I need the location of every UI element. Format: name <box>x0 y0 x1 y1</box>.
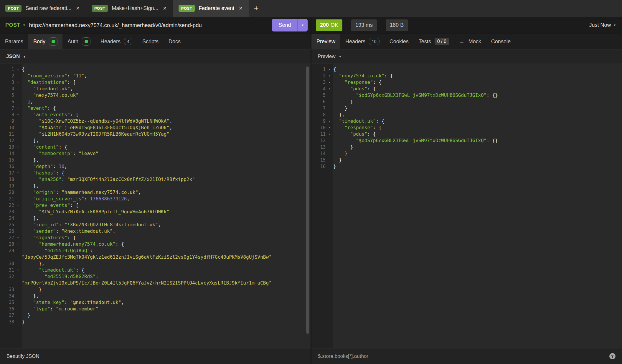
new-tab-button[interactable]: + <box>249 0 264 17</box>
token-p: : [ <box>70 112 79 117</box>
fold-arrow-icon[interactable]: ▾ <box>326 124 333 131</box>
response-history-select[interactable]: Just Now ▾ <box>589 22 616 28</box>
send-options-button[interactable]: ▾ <box>297 19 308 31</box>
green-dot-icon <box>52 40 55 43</box>
fold-arrow-icon[interactable]: ▾ <box>14 202 22 209</box>
code-line: "origin": "hammerhead.nexy7574.co.uk", <box>22 189 141 196</box>
line-number: 17 <box>0 170 14 176</box>
code-line: "content": { <box>22 144 67 150</box>
fold-arrow-icon[interactable]: ▾ <box>326 73 333 79</box>
fold-arrow-icon[interactable]: ▾ <box>326 131 333 137</box>
editor-scrollbar[interactable] <box>306 67 309 334</box>
token-k: "room_id" <box>33 222 59 227</box>
line-number: 36 <box>0 306 14 312</box>
code-line: "$odSYp6cxGBLX1FGwL_jvSM97txDzWUH86SGduT… <box>333 137 498 144</box>
tab-body[interactable]: Body <box>28 34 62 49</box>
token-p <box>22 151 39 156</box>
token-p: { <box>22 67 25 72</box>
preview-viewer[interactable]: 1▾{2▾ "nexy7574.co.uk": {3▾ "response": … <box>311 64 622 348</box>
line-number: 1 <box>0 66 14 73</box>
tab-docs[interactable]: Docs <box>164 34 186 49</box>
code-line: } <box>333 144 353 150</box>
chevron-down-icon: ▾ <box>23 23 25 27</box>
body-editor-line: 18 "sha256": "mzr3QXFQfi4n2l3acCCx0nFfzZ… <box>0 176 311 183</box>
code-line: "destinations": [ <box>22 79 76 86</box>
tab-scripts[interactable]: Scripts <box>137 34 164 49</box>
code-line: "ed25519:QqJAuQ": <box>22 247 93 254</box>
token-p: : <box>56 190 62 195</box>
response-tab-headers[interactable]: Headers10 <box>340 34 385 49</box>
fold-arrow-icon[interactable]: ▾ <box>326 118 333 124</box>
body-editor-line: 2 "room_version": "11", <box>0 73 311 79</box>
fold-arrow-icon[interactable]: ▾ <box>14 79 22 86</box>
body-editor[interactable]: 1▾{2 "room_version": "11",3▾ "destinatio… <box>0 64 311 348</box>
fold-arrow-icon[interactable]: ▾ <box>14 241 22 247</box>
response-tab-mock[interactable]: →Mock <box>454 34 486 49</box>
line-number: 22 <box>0 202 14 209</box>
body-editor-line: 37 } <box>0 312 311 319</box>
fold-arrow-icon[interactable]: ▾ <box>326 66 333 73</box>
tab-headers[interactable]: Headers4 <box>95 34 137 49</box>
fold-arrow-icon[interactable]: ▾ <box>14 66 22 73</box>
close-tab-icon[interactable]: ✕ <box>162 5 167 12</box>
line-number: 2 <box>311 73 326 79</box>
fold-arrow-icon[interactable]: ▾ <box>326 86 333 92</box>
token-k: "depth" <box>33 164 53 169</box>
preview-mode-select[interactable]: Preview ▾ <box>318 54 341 59</box>
send-label[interactable]: Send <box>272 19 297 31</box>
response-tab-cookies[interactable]: Cookies <box>385 34 414 49</box>
token-p <box>333 138 356 143</box>
fold-arrow-icon[interactable]: ▾ <box>326 79 333 86</box>
token-p: , <box>65 164 67 169</box>
fold-arrow-icon[interactable]: ▾ <box>14 267 22 273</box>
subtab-label: Scripts <box>142 39 159 45</box>
tab-params[interactable]: Params <box>0 34 28 49</box>
beautify-json-button[interactable]: Beautify JSON <box>6 353 39 359</box>
token-p: : <box>50 306 56 312</box>
line-number: 1 <box>311 66 326 73</box>
url-input[interactable]: https://hammerhead.nexy7574.co.uk/_hamme… <box>29 22 272 29</box>
code-line: } <box>22 312 30 319</box>
code-line: "timedout.uk": { <box>333 118 384 124</box>
response-tab-console[interactable]: Console <box>486 34 516 49</box>
line-number: 9 <box>311 118 326 124</box>
method-badge: POST <box>92 5 108 12</box>
fold-arrow-icon[interactable]: ▾ <box>14 112 22 118</box>
url-bar: POST ▾ https://hammerhead.nexy7574.co.uk… <box>0 17 311 34</box>
token-p <box>22 164 33 169</box>
tab-auth[interactable]: Auth <box>62 34 95 49</box>
request-tab-make-hash-sign[interactable]: POSTMake+Hash+Sign...✕ <box>86 0 173 17</box>
subtab-label: Body <box>33 39 45 45</box>
send-button[interactable]: Send ▾ <box>272 19 308 31</box>
close-tab-icon[interactable]: ✕ <box>238 5 243 12</box>
response-tab-tests[interactable]: Tests0 / 0 <box>414 34 454 49</box>
token-s: "hammerhead.nexy7574.co.uk" <box>62 190 138 195</box>
token-p: , <box>84 73 87 79</box>
token-p <box>22 306 33 312</box>
code-line: { <box>22 66 25 73</box>
fold-arrow-icon[interactable]: ▾ <box>14 235 22 241</box>
body-type-select[interactable]: JSON ▾ <box>6 54 25 59</box>
request-tab-federate-event[interactable]: POSTFederate event✕ <box>173 0 249 17</box>
response-tab-preview[interactable]: Preview <box>311 34 340 49</box>
line-number: 7 <box>0 105 14 112</box>
code-line: }, <box>22 183 39 189</box>
line-number: 6 <box>0 99 14 105</box>
jsonpath-filter-input[interactable]: $.store.books[*].author <box>318 353 609 359</box>
body-editor-line: 13▾ "content": { <box>0 144 311 150</box>
token-p <box>333 79 345 85</box>
code-line: } <box>333 150 347 157</box>
fold-arrow-icon[interactable]: ▾ <box>14 170 22 176</box>
code-line: "depth": 10, <box>22 163 67 170</box>
request-tab-send-raw-federati[interactable]: POSTSend raw federati...✕ <box>0 0 86 17</box>
token-k: "event" <box>27 105 47 111</box>
line-number: 16 <box>311 163 326 170</box>
token-k: "type" <box>33 306 50 312</box>
preview-line: 3▾ "response": { <box>311 79 622 86</box>
help-icon[interactable]: ? <box>609 353 616 359</box>
fold-arrow-icon[interactable]: ▾ <box>14 144 22 150</box>
fold-arrow-icon[interactable]: ▾ <box>14 105 22 112</box>
close-tab-icon[interactable]: ✕ <box>75 5 80 12</box>
arrow-right-icon: → <box>459 39 464 45</box>
method-select[interactable]: POST ▾ <box>5 22 25 28</box>
